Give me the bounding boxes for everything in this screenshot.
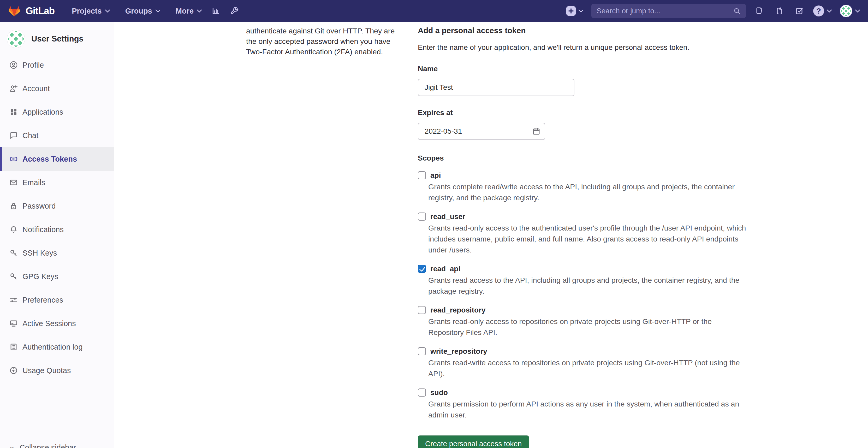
scope-description: Grants complete read/write access to the… — [428, 181, 746, 203]
chevron-down-icon — [105, 9, 110, 13]
scope-api-checkbox[interactable] — [418, 171, 426, 179]
key-icon — [9, 249, 18, 257]
tanuki-icon — [8, 5, 21, 17]
settings-sidebar: User Settings Profile — [0, 22, 114, 448]
navbar-right: ? — [566, 4, 860, 18]
form-title: Add a personal access token — [418, 26, 747, 35]
todos-button[interactable] — [793, 5, 805, 17]
section-description: authenticate against Git over HTTP. They… — [246, 26, 398, 448]
todos-icon — [795, 7, 804, 15]
help-menu-button[interactable]: ? — [813, 5, 832, 17]
personal-access-token-form: Add a personal access token Enter the na… — [418, 26, 747, 448]
menu-more[interactable]: More — [176, 7, 202, 16]
plus-icon — [566, 6, 576, 16]
scope-row-write-repository: write_repository Grants read-write acces… — [418, 346, 747, 379]
help-icon: ? — [813, 5, 824, 17]
scope-name: sudo — [430, 387, 747, 398]
mail-icon — [9, 178, 18, 187]
sidebar-item-password[interactable]: Password — [0, 194, 114, 218]
merge-requests-button[interactable] — [774, 5, 785, 17]
scope-name: read_repository — [430, 304, 747, 316]
chevron-down-icon — [855, 9, 860, 13]
sidebar-item-applications[interactable]: Applications — [0, 100, 114, 124]
scopes-list: api Grants complete read/write access to… — [418, 170, 747, 420]
sidebar-item-ssh-keys[interactable]: SSH Keys — [0, 241, 114, 265]
menu-groups[interactable]: Groups — [125, 7, 160, 16]
gauge-icon — [9, 366, 18, 375]
sidebar-header: User Settings — [0, 22, 114, 48]
sidebar-item-preferences[interactable]: Preferences — [0, 288, 114, 312]
sidebar-item-active-sessions[interactable]: Active Sessions — [0, 312, 114, 335]
issues-icon — [755, 7, 764, 15]
scope-row-api: api Grants complete read/write access to… — [418, 170, 747, 203]
scope-row-read-repository: read_repository Grants read-only access … — [418, 304, 747, 338]
sidebar-item-account[interactable]: Account — [0, 77, 114, 100]
scope-description: Grants read access to the API, including… — [428, 275, 746, 297]
expires-at-input[interactable] — [418, 123, 545, 140]
token-name-input[interactable] — [418, 79, 575, 96]
scope-name: api — [430, 170, 747, 181]
calendar-icon — [532, 127, 540, 136]
menu-projects[interactable]: Projects — [72, 7, 110, 16]
expires-at-label: Expires at — [418, 109, 747, 117]
name-label: Name — [418, 65, 747, 73]
scope-write-repository-checkbox[interactable] — [418, 347, 426, 355]
scope-name: write_repository — [430, 346, 747, 357]
scope-read-user-checkbox[interactable] — [418, 212, 426, 220]
scope-description: Grants permission to perform API actions… — [428, 398, 746, 420]
avatar — [7, 30, 25, 48]
scope-description: Grants read-only access to repositories … — [428, 316, 746, 338]
primary-menu: Projects Groups More — [72, 7, 202, 16]
bell-icon — [9, 225, 18, 234]
log-icon — [9, 343, 18, 351]
search-icon — [733, 7, 741, 14]
sidebar-item-usage-quotas[interactable]: Usage Quotas — [0, 359, 114, 382]
scope-name: read_user — [430, 211, 747, 222]
sidebar-nav: Profile Account — [0, 53, 114, 382]
sidebar-item-access-tokens[interactable]: Access Tokens — [0, 147, 114, 171]
user-icon — [9, 61, 18, 69]
sidebar-item-emails[interactable]: Emails — [0, 171, 114, 194]
collapse-sidebar-label: Collapse sidebar — [20, 443, 76, 448]
analytics-button[interactable] — [210, 5, 222, 17]
chevron-down-icon — [197, 9, 202, 13]
key-icon — [9, 272, 18, 281]
search-input[interactable] — [597, 7, 733, 15]
chevron-down-icon — [578, 9, 584, 13]
scope-row-sudo: sudo Grants permission to perform API ac… — [418, 387, 747, 420]
merge-request-icon — [775, 7, 784, 15]
create-token-button[interactable]: Create personal access token — [418, 436, 529, 448]
sidebar-item-profile[interactable]: Profile — [0, 53, 114, 77]
scope-read-api-checkbox[interactable] — [418, 265, 426, 273]
avatar — [840, 5, 852, 17]
admin-area-button[interactable] — [228, 5, 241, 17]
grid-icon — [9, 108, 18, 116]
scopes-label: Scopes — [418, 154, 747, 162]
page-title: User Settings — [31, 34, 84, 43]
top-navbar: GitLab Projects Groups More — [0, 0, 868, 22]
wrench-icon — [230, 6, 239, 16]
new-menu-button[interactable] — [566, 6, 584, 16]
token-icon — [9, 155, 18, 163]
comment-icon — [9, 131, 18, 140]
double-chevron-left-icon: « — [9, 443, 14, 448]
sidebar-item-notifications[interactable]: Notifications — [0, 218, 114, 241]
sidebar-item-gpg-keys[interactable]: GPG Keys — [0, 265, 114, 288]
lock-icon — [9, 202, 18, 210]
user-gear-icon — [9, 84, 18, 93]
scope-row-read-api: read_api Grants read access to the API, … — [418, 263, 747, 297]
global-search — [591, 4, 746, 18]
collapse-sidebar-button[interactable]: « Collapse sidebar — [0, 434, 114, 448]
form-subtitle: Enter the name of your application, and … — [418, 42, 747, 53]
chevron-down-icon — [827, 9, 832, 13]
user-menu-button[interactable] — [840, 5, 860, 17]
scope-sudo-checkbox[interactable] — [418, 388, 426, 396]
gitlab-logo[interactable]: GitLab — [8, 5, 55, 17]
sidebar-item-chat[interactable]: Chat — [0, 124, 114, 147]
issues-button[interactable] — [754, 5, 766, 17]
scope-description: Grants read-write access to repositories… — [428, 357, 746, 379]
scope-read-repository-checkbox[interactable] — [418, 306, 426, 314]
scope-name: read_api — [430, 263, 747, 275]
sidebar-item-authentication-log[interactable]: Authentication log — [0, 335, 114, 359]
navbar-shortcut-icons — [210, 5, 241, 17]
